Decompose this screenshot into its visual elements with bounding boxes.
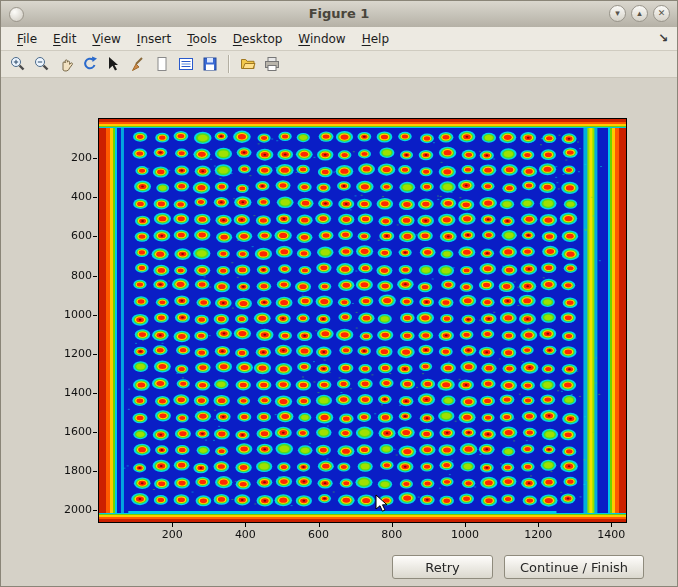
y-tick-label: 800 (52, 269, 92, 282)
y-tick-label: 600 (52, 229, 92, 242)
legend-icon[interactable] (175, 53, 197, 75)
y-tick-label: 1000 (52, 308, 92, 321)
y-tick-mark (93, 236, 97, 237)
titlebar: Figure 1 ▾ ▴ ✕ (1, 1, 677, 28)
retry-button[interactable]: Retry (392, 555, 493, 579)
menu-insert[interactable]: Insert (129, 28, 179, 50)
menu-tools[interactable]: Tools (179, 28, 225, 50)
window-controls: ▾ ▴ ✕ (609, 5, 670, 22)
y-tick-label: 200 (52, 151, 92, 164)
rotate-3d-icon[interactable] (79, 53, 101, 75)
zoom-in-icon[interactable] (7, 53, 29, 75)
menu-help[interactable]: Help (354, 28, 397, 50)
colorbar-icon[interactable] (151, 53, 173, 75)
x-tick-label: 400 (225, 528, 265, 541)
y-tick-label: 1600 (52, 425, 92, 438)
y-tick-label: 2000 (52, 503, 92, 516)
figure-window: Figure 1 ▾ ▴ ✕ File Edit View Insert Too… (0, 0, 678, 587)
menubar: File Edit View Insert Tools Desktop Wind… (1, 27, 677, 51)
y-tick-mark (93, 276, 97, 277)
save-icon[interactable] (199, 53, 221, 75)
x-tick-mark (611, 523, 612, 527)
y-tick-mark (93, 432, 97, 433)
y-tick-mark (93, 158, 97, 159)
figure-toolbar (1, 51, 677, 78)
window-title: Figure 1 (1, 6, 677, 21)
menu-desktop[interactable]: Desktop (225, 28, 291, 50)
x-tick-label: 1200 (518, 528, 558, 541)
y-tick-mark (93, 471, 97, 472)
plot-area (98, 118, 627, 523)
y-tick-mark (93, 197, 97, 198)
menu-view[interactable]: View (84, 28, 128, 50)
x-tick-mark (465, 523, 466, 527)
unshade-button[interactable]: ▴ (631, 5, 648, 22)
x-tick-mark (392, 523, 393, 527)
zoom-out-icon[interactable] (31, 53, 53, 75)
x-tick-mark (172, 523, 173, 527)
y-tick-label: 1200 (52, 347, 92, 360)
close-button[interactable]: ✕ (653, 5, 670, 22)
x-tick-mark (245, 523, 246, 527)
x-tick-mark (319, 523, 320, 527)
y-tick-mark (93, 510, 97, 511)
scan-image[interactable] (99, 119, 626, 522)
data-cursor-icon[interactable] (103, 53, 125, 75)
shade-button[interactable]: ▾ (609, 5, 626, 22)
toolbar-separator (228, 55, 230, 73)
pan-icon[interactable] (55, 53, 77, 75)
dock-figure-icon[interactable]: ↘ (658, 31, 668, 45)
print-icon[interactable] (261, 53, 283, 75)
y-tick-mark (93, 354, 97, 355)
x-tick-mark (538, 523, 539, 527)
y-tick-label: 1400 (52, 386, 92, 399)
x-tick-label: 600 (299, 528, 339, 541)
menu-edit[interactable]: Edit (45, 28, 84, 50)
x-tick-label: 200 (152, 528, 192, 541)
open-icon[interactable] (237, 53, 259, 75)
y-tick-label: 400 (52, 190, 92, 203)
x-tick-label: 1400 (591, 528, 631, 541)
continue-finish-button[interactable]: Continue / Finish (504, 555, 644, 579)
y-tick-mark (93, 315, 97, 316)
y-tick-label: 1800 (52, 464, 92, 477)
y-tick-mark (93, 393, 97, 394)
x-tick-label: 1000 (445, 528, 485, 541)
brush-icon[interactable] (127, 53, 149, 75)
x-tick-label: 800 (372, 528, 412, 541)
menu-file[interactable]: File (9, 28, 45, 50)
menu-window[interactable]: Window (290, 28, 353, 50)
